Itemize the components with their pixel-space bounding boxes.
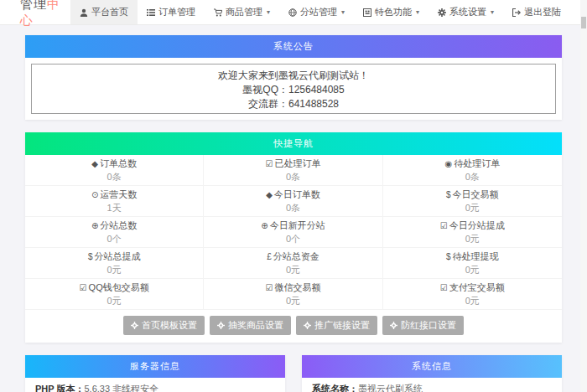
main-content: 系统公告 欢迎大家来到墨视云代刷测试站！ 墨视QQ：1256484085 交流群… (25, 35, 562, 343)
stat-cell-alipay-volume: ☑支付宝交易额 0元 (383, 279, 562, 310)
chevron-down-icon: ▾ (416, 8, 419, 16)
stat-label: 支付宝交易额 (449, 282, 505, 292)
stat-value: 0元 (204, 295, 382, 307)
announcement-panel: 系统公告 欢迎大家来到墨视云代刷测试站！ 墨视QQ：1256484085 交流群… (25, 35, 562, 120)
gear-icon (217, 322, 225, 329)
gear-icon (438, 8, 446, 17)
check-icon: ☑ (80, 283, 87, 292)
dollar-icon: $ (88, 252, 93, 261)
stat-cell-substation-total: ⊕分站总数 0个 (25, 217, 204, 248)
stat-value: 0个 (25, 233, 203, 245)
page-scrollbar[interactable] (580, 0, 587, 392)
stats-grid: ◆订单总数 0条 ☑已处理订单 0条 ◉待处理订单 0条 ⊙运营天数 1天 ◆今… (25, 155, 562, 310)
stat-label: 分站总数 (100, 220, 137, 230)
server-info-panel-title: 服务器信息 (25, 355, 285, 378)
button-label: 防红接口设置 (401, 319, 456, 332)
stat-value: 0元 (204, 264, 382, 276)
gear-icon (304, 322, 311, 329)
dollar-icon: $ (446, 252, 451, 261)
nav-item-features[interactable]: 特色功能 ▾ (354, 0, 429, 24)
stat-label: 待处理订单 (454, 158, 500, 168)
announcement-panel-title: 系统公告 (25, 35, 562, 58)
server-info-row-php-version: PHP 版本：5.6.33 非线程安全 (25, 378, 285, 392)
stat-label: 今日新开分站 (270, 220, 325, 230)
quick-nav-panel-title: 快捷导航 (25, 132, 562, 155)
list-icon (147, 8, 155, 17)
server-info-panel: 服务器信息 PHP 版本：5.6.33 非线程安全 服务器软件：kangle/s… (25, 355, 285, 392)
app-logo: 管理中心 (20, 0, 70, 28)
system-info-panel-title: 系统信息 (302, 355, 562, 378)
stat-cell-today-revenue: $今日交易额 0元 (383, 186, 562, 217)
system-info-row-name: 系统名称：墨视云代刷系统 (302, 378, 562, 392)
stat-cell-processed-orders: ☑已处理订单 0条 (204, 155, 382, 186)
nav-item-logout[interactable]: 退出登陆 (503, 0, 570, 24)
announcement-body: 欢迎大家来到墨视云代刷测试站！ 墨视QQ：1256484085 交流群：6414… (25, 58, 562, 120)
user-icon (80, 8, 88, 17)
grid-icon (363, 8, 371, 17)
stat-label: 分站总提成 (94, 251, 140, 261)
nav-item-orders[interactable]: 订单管理 (138, 0, 205, 24)
chevron-down-icon: ▾ (491, 8, 494, 16)
home-template-settings-button[interactable]: 首页模板设置 (123, 316, 205, 335)
stat-value: 0条 (25, 171, 203, 183)
info-label: 系统名称： (312, 384, 358, 392)
nav-item-label: 特色功能 (375, 6, 412, 18)
alert-circle-icon: ◉ (444, 159, 452, 168)
scrollbar-thumb[interactable] (581, 17, 586, 28)
promo-link-settings-button[interactable]: 推广链接设置 (296, 316, 377, 335)
stat-label: QQ钱包交易额 (89, 282, 149, 292)
stat-value: 0元 (383, 264, 562, 276)
nav-item-platform-home[interactable]: 平台首页 (70, 0, 138, 24)
nav-item-label: 退出登陆 (524, 6, 561, 18)
nav-item-label: 订单管理 (158, 6, 195, 18)
stat-cell-pending-orders: ◉待处理订单 0条 (383, 155, 562, 186)
announcement-line: 墨视QQ：1256484085 (32, 83, 555, 97)
stat-label: 分站总资金 (273, 251, 319, 261)
stat-value: 0元 (25, 264, 203, 276)
stat-label: 今日订单数 (274, 189, 320, 199)
bottom-panels: 服务器信息 PHP 版本：5.6.33 非线程安全 服务器软件：kangle/s… (25, 355, 562, 392)
check-icon: ☑ (440, 221, 448, 230)
stat-cell-today-orders: ◆今日订单数 0条 (204, 186, 382, 217)
clock-icon: ⊙ (91, 190, 98, 199)
stat-label: 订单总数 (100, 158, 137, 168)
check-icon: ☑ (440, 283, 448, 292)
stat-label: 今日交易额 (453, 189, 499, 199)
nav-item-substations[interactable]: 分站管理 ▾ (279, 0, 354, 24)
stat-cell-substation-new-today: ⊕今日新开分站 0个 (204, 217, 382, 248)
nav-menu: 平台首页 订单管理 商品管理 ▾ 分站管理 ▾ 特色功能 ▾ 系统设置 ▾ (70, 0, 570, 24)
globe-icon: ⊕ (91, 221, 98, 230)
stat-cell-days-running: ⊙运营天数 1天 (25, 186, 204, 217)
check-icon: ☑ (266, 159, 273, 168)
nav-item-settings[interactable]: 系统设置 ▾ (429, 0, 503, 24)
stat-value: 0条 (204, 171, 382, 183)
top-navbar: 管理中心 平台首页 订单管理 商品管理 ▾ 分站管理 ▾ 特色功能 ▾ 系统设置 (0, 0, 587, 25)
info-value: 墨视云代刷系统 (358, 384, 423, 392)
stat-label: 已处理订单 (274, 158, 320, 168)
chevron-down-icon: ▾ (267, 8, 270, 16)
button-label: 首页模板设置 (142, 319, 197, 332)
quick-nav-panel: 快捷导航 ◆订单总数 0条 ☑已处理订单 0条 ◉待处理订单 0条 ⊙运营天数 … (25, 132, 562, 343)
stat-value: 0条 (204, 202, 382, 214)
system-info-panel: 系统信息 系统名称：墨视云代刷系统 当前版本：3.0版(数据库版本:100) 链… (302, 355, 562, 392)
gear-icon (390, 322, 397, 329)
globe-icon: ⊕ (261, 221, 268, 230)
stat-label: 微信交易额 (274, 282, 320, 292)
chevron-down-icon: ▾ (341, 8, 345, 16)
dollar-icon: $ (446, 190, 451, 199)
logo-part-1: 管理 (20, 0, 47, 11)
antired-api-settings-button[interactable]: 防红接口设置 (382, 316, 464, 335)
nav-item-label: 商品管理 (226, 6, 262, 18)
stat-value: 0元 (383, 233, 562, 245)
nav-item-products[interactable]: 商品管理 ▾ (205, 0, 279, 24)
stat-cell-pending-withdrawal: $待处理提现 0元 (383, 248, 562, 279)
nav-item-label: 平台首页 (91, 6, 128, 18)
logout-icon (512, 8, 521, 17)
stat-value: 1天 (25, 202, 203, 214)
lottery-product-settings-button[interactable]: 抽奖商品设置 (210, 316, 291, 335)
stat-value: 0条 (383, 171, 562, 183)
button-label: 推广链接设置 (314, 319, 370, 332)
info-value: 5.6.33 非线程安全 (84, 384, 158, 392)
nav-item-label: 系统设置 (449, 6, 486, 18)
announcement-box: 欢迎大家来到墨视云代刷测试站！ 墨视QQ：1256484085 交流群：6414… (31, 64, 556, 114)
